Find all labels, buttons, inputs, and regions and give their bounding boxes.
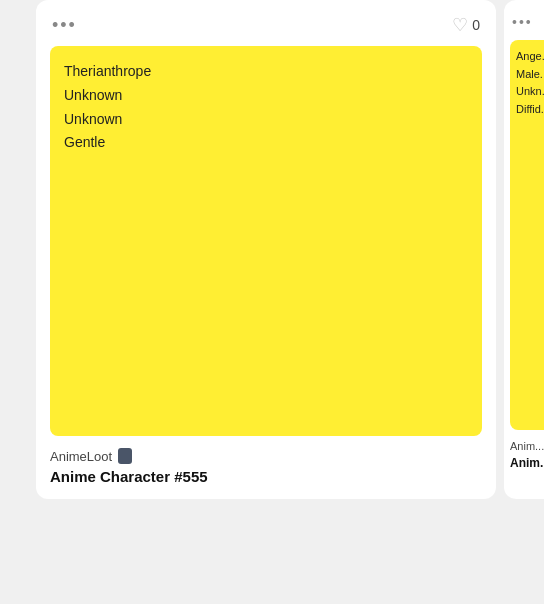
- main-card-footer: AnimeLoot Anime Character #555: [36, 436, 496, 499]
- tag-unknown-2: Unknown: [64, 108, 468, 132]
- side-tag-1: Male...: [516, 66, 544, 84]
- side-card: ••• Ange... Male... Unkn... Diffid... An…: [504, 0, 544, 499]
- heart-icon[interactable]: ♡: [452, 14, 468, 36]
- side-card-menu-icon[interactable]: •••: [512, 14, 533, 30]
- tag-therianthrope: Therianthrope: [64, 60, 468, 84]
- side-card-title: Anim...: [510, 456, 544, 470]
- main-card-author-name: AnimeLoot: [50, 449, 112, 464]
- main-card-author-badge: [118, 448, 132, 464]
- main-card-menu-icon[interactable]: •••: [52, 15, 77, 36]
- tag-unknown-1: Unknown: [64, 84, 468, 108]
- main-card-heart-area[interactable]: ♡ 0: [452, 14, 480, 36]
- main-card-tags: Therianthrope Unknown Unknown Gentle: [64, 60, 468, 155]
- main-card-header: ••• ♡ 0: [36, 0, 496, 46]
- tag-gentle: Gentle: [64, 131, 468, 155]
- side-card-footer: Anim... Anim...: [504, 430, 544, 480]
- main-card-author-row: AnimeLoot: [50, 448, 482, 464]
- side-card-image: Ange... Male... Unkn... Diffid...: [510, 40, 544, 430]
- side-card-header: •••: [504, 0, 544, 40]
- side-tag-3: Diffid...: [516, 101, 544, 119]
- main-card-image: Therianthrope Unknown Unknown Gentle: [50, 46, 482, 436]
- side-tag-0: Ange...: [516, 48, 544, 66]
- side-card-author-row: Anim...: [510, 440, 544, 452]
- main-card: ••• ♡ 0 Therianthrope Unknown Unknown Ge…: [36, 0, 496, 499]
- side-card-tags: Ange... Male... Unkn... Diffid...: [516, 48, 544, 118]
- main-card-title: Anime Character #555: [50, 468, 482, 485]
- cards-container: ••• ♡ 0 Therianthrope Unknown Unknown Ge…: [0, 0, 544, 499]
- side-tag-2: Unkn...: [516, 83, 544, 101]
- heart-count: 0: [472, 17, 480, 33]
- side-card-author-name: Anim...: [510, 440, 544, 452]
